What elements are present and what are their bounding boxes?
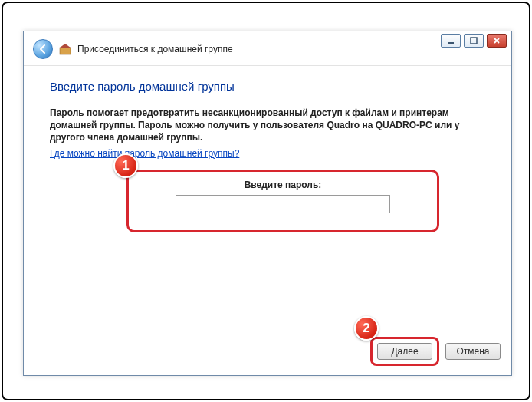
help-link[interactable]: Где можно найти пароль домашней группы?	[50, 148, 239, 159]
close-icon	[493, 37, 501, 44]
close-button[interactable]	[487, 34, 507, 48]
annotation-badge-1: 1	[113, 153, 138, 178]
content-area: Введите пароль домашней группы Пароль по…	[24, 66, 511, 232]
dialog-window: Присоединиться к домашней группе Введите…	[23, 31, 512, 376]
svg-rect-1	[471, 38, 477, 44]
maximize-icon	[470, 37, 478, 44]
description-text: Пароль помогает предотвратить несанкцион…	[50, 107, 485, 144]
cancel-button[interactable]: Отмена	[445, 343, 501, 360]
footer: 2 Далее Отмена	[370, 337, 501, 366]
back-arrow-icon	[38, 44, 48, 54]
page-title: Введите пароль домашней группы	[50, 80, 485, 93]
svg-marker-3	[60, 44, 71, 48]
maximize-button[interactable]	[464, 34, 484, 48]
next-button[interactable]: Далее	[377, 343, 432, 360]
password-section-highlight: 1 Введите пароль:	[126, 170, 439, 232]
header: Присоединиться к домашней группе	[24, 31, 511, 66]
svg-rect-2	[60, 48, 71, 54]
next-button-highlight: 2 Далее	[370, 337, 439, 366]
password-label: Введите пароль:	[143, 180, 423, 190]
outer-frame: Присоединиться к домашней группе Введите…	[2, 2, 530, 400]
back-button[interactable]	[33, 39, 53, 59]
minimize-icon	[447, 37, 455, 44]
homegroup-icon	[59, 43, 71, 55]
minimize-button[interactable]	[441, 34, 461, 48]
password-input[interactable]	[176, 195, 390, 213]
annotation-badge-2: 2	[354, 316, 379, 341]
window-controls	[441, 31, 507, 48]
header-title: Присоединиться к домашней группе	[77, 44, 233, 54]
svg-rect-0	[448, 42, 454, 44]
